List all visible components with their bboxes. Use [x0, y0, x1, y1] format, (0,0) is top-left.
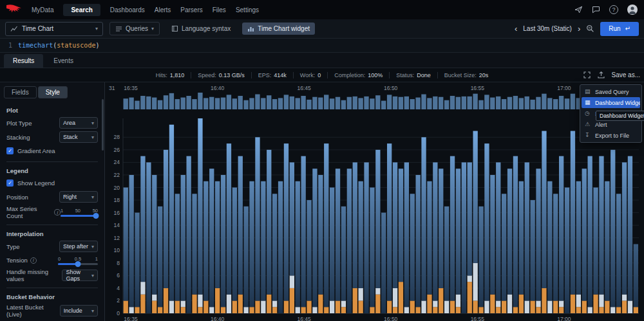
panel-tabs: Fields Style — [0, 85, 104, 103]
bookmark-icon: ▤ — [585, 89, 591, 95]
svg-text:16:50: 16:50 — [384, 85, 398, 91]
interpolation-type-label: Type — [6, 243, 20, 250]
export-icon[interactable] — [598, 71, 605, 78]
tension-slider[interactable]: 0 0.5 1 — [58, 256, 98, 265]
stats-actions: Save as... — [583, 68, 640, 82]
chevron-down-icon: ▾ — [91, 120, 94, 126]
menu-item-saved-query[interactable]: ▤ Saved Query — [582, 86, 640, 97]
brand-logo-icon[interactable] — [6, 5, 22, 15]
nav-item-alerts[interactable]: Alerts — [155, 6, 171, 14]
plot-type-label: Plot Type — [6, 120, 32, 127]
svg-text:16:50: 16:50 — [384, 316, 398, 321]
help-icon[interactable]: ? — [609, 5, 618, 14]
send-feedback-icon[interactable] — [574, 6, 583, 14]
queries-button[interactable]: Queries ▾ — [109, 22, 160, 35]
svg-text:16:45: 16:45 — [298, 316, 312, 321]
divider — [6, 161, 98, 162]
position-label: Position — [6, 194, 28, 201]
chat-icon[interactable] — [592, 6, 600, 14]
chevron-down-icon: ▾ — [95, 26, 98, 32]
query-function: timechart — [18, 42, 53, 49]
latest-bucket-select[interactable]: Include ▾ — [60, 305, 98, 316]
view-type-select[interactable]: Time Chart ▾ — [5, 22, 103, 36]
save-as-menu: ▤ Saved Query ▦ Dashboard Widget ◷ Sch ⚠… — [580, 84, 642, 143]
line-number: 1 — [0, 42, 18, 49]
time-chart-widget-button[interactable]: Time Chart widget — [242, 23, 315, 35]
stacking-label: Stacking — [6, 134, 30, 141]
svg-text:4: 4 — [117, 285, 120, 291]
menu-item-dashboard-widget[interactable]: ▦ Dashboard Widget — [582, 97, 640, 108]
check-icon: ✓ — [8, 180, 12, 186]
style-panel: Fields Style Plot Plot Type Area ▾ Stack… — [0, 82, 105, 321]
info-icon[interactable]: i — [54, 209, 60, 216]
max-series-slider[interactable]: 1 50 50 — [61, 208, 98, 217]
info-icon[interactable]: i — [30, 257, 37, 264]
download-icon: ↧ — [585, 133, 591, 138]
chevron-down-icon: ▾ — [91, 273, 94, 279]
divider — [6, 288, 98, 288]
time-range-label[interactable]: Last 30m (Static) — [523, 25, 572, 32]
stat-completion: Completion:100% — [328, 72, 390, 78]
section-bucket-title: Bucket Behavior — [0, 289, 104, 302]
tab-fields[interactable]: Fields — [4, 86, 37, 98]
plot-type-select[interactable]: Area ▾ — [59, 117, 98, 129]
svg-text:8: 8 — [117, 260, 120, 266]
range-forward-button[interactable]: › — [578, 24, 580, 33]
gradient-area-checkbox[interactable]: ✓ — [6, 147, 14, 154]
chevron-down-icon: ▾ — [91, 194, 94, 200]
nav-item-dashboards[interactable]: Dashboards — [110, 6, 145, 14]
time-range-controls: ‹ Last 30m (Static) › Run ↵ — [515, 22, 639, 36]
svg-text:20: 20 — [114, 185, 120, 191]
tab-style[interactable]: Style — [38, 86, 68, 98]
main-chart[interactable]: 024681012141618202224262816:3516:4016:45… — [105, 113, 644, 321]
show-legend-label: Show Legend — [17, 179, 55, 187]
svg-text:22: 22 — [114, 172, 120, 178]
svg-text:16:40: 16:40 — [211, 85, 225, 91]
nav-item-search[interactable]: Search — [63, 4, 100, 16]
stat-work: Work:0 — [294, 72, 328, 78]
chevron-down-icon: ▾ — [91, 244, 94, 250]
query-editor[interactable]: 1 timechart(statuscode) — [0, 39, 644, 53]
avatar[interactable] — [627, 5, 638, 15]
language-syntax-button[interactable]: Language syntax — [166, 23, 236, 35]
range-back-button[interactable]: ‹ — [515, 24, 517, 33]
section-plot-title: Plot — [0, 103, 104, 116]
svg-text:10: 10 — [114, 247, 120, 253]
fullscreen-icon[interactable] — [583, 71, 591, 78]
menu-item-export-to-file[interactable]: ↧ Export to File — [582, 130, 640, 141]
nav-item-settings[interactable]: Settings — [236, 6, 259, 14]
chevron-down-icon: ▾ — [91, 308, 94, 314]
svg-text:24: 24 — [114, 159, 120, 165]
save-as-button[interactable]: Save as... — [612, 71, 640, 78]
missing-values-select[interactable]: Show Gaps ▾ — [62, 270, 98, 281]
line-chart-icon — [10, 25, 18, 32]
repo-name[interactable]: MyData — [32, 6, 53, 14]
stat-bucket-size: Bucket Size:20s — [438, 72, 495, 78]
overview-chart[interactable]: 3116:3516:4016:4516:5016:5517:00 — [105, 82, 644, 113]
interpolation-type-select[interactable]: Step after ▾ — [59, 241, 98, 252]
query-argument: statuscode — [57, 42, 95, 49]
chevron-down-icon: ▾ — [151, 26, 154, 32]
result-tabs: Results Events — [0, 53, 644, 68]
svg-text:12: 12 — [114, 235, 120, 241]
tab-events[interactable]: Events — [44, 54, 82, 68]
show-legend-checkbox[interactable]: ✓ — [6, 179, 14, 187]
section-interpolation-title: Interpolation — [0, 226, 104, 239]
run-button[interactable]: Run ↵ — [600, 22, 639, 36]
nav-right-icons: ? — [574, 5, 638, 15]
svg-text:0: 0 — [117, 310, 120, 316]
svg-text:28: 28 — [114, 134, 120, 140]
nav-item-parsers[interactable]: Parsers — [180, 6, 202, 14]
panel-scrollbar[interactable] — [102, 99, 104, 151]
list-icon — [115, 26, 122, 32]
stat-status: Status:Done — [390, 72, 438, 78]
tab-results[interactable]: Results — [4, 54, 43, 68]
svg-text:16: 16 — [114, 210, 120, 216]
zoom-out-icon[interactable] — [586, 24, 594, 33]
section-legend-title: Legend — [0, 163, 104, 176]
nav-item-files[interactable]: Files — [213, 6, 226, 14]
stacking-select[interactable]: Stack ▾ — [59, 131, 98, 143]
slider-handle — [93, 213, 99, 219]
legend-position-select[interactable]: Right ▾ — [59, 191, 98, 203]
stat-hits: Hits:1,810 — [149, 72, 192, 78]
